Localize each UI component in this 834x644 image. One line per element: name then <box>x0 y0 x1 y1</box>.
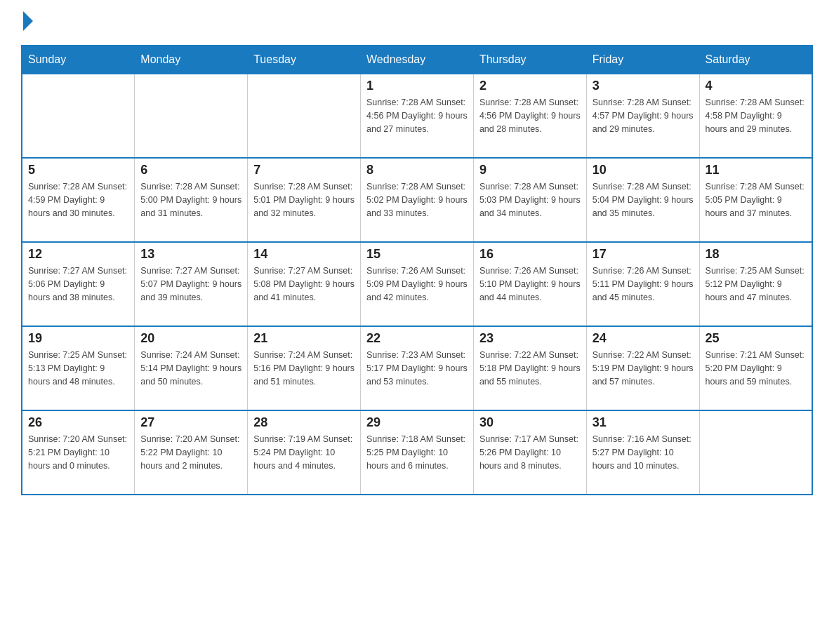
day-number: 19 <box>28 331 128 346</box>
calendar-cell: 27Sunrise: 7:20 AM Sunset: 5:22 PM Dayli… <box>135 410 248 495</box>
day-info: Sunrise: 7:27 AM Sunset: 5:07 PM Dayligh… <box>140 264 241 304</box>
calendar-cell: 15Sunrise: 7:26 AM Sunset: 5:09 PM Dayli… <box>361 242 474 326</box>
day-number: 7 <box>253 163 355 177</box>
day-number: 18 <box>706 247 806 262</box>
day-info: Sunrise: 7:25 AM Sunset: 5:12 PM Dayligh… <box>706 264 806 304</box>
day-info: Sunrise: 7:28 AM Sunset: 4:58 PM Dayligh… <box>706 96 806 135</box>
day-info: Sunrise: 7:20 AM Sunset: 5:22 PM Dayligh… <box>140 433 241 472</box>
calendar-cell: 26Sunrise: 7:20 AM Sunset: 5:21 PM Dayli… <box>22 410 135 495</box>
day-info: Sunrise: 7:26 AM Sunset: 5:11 PM Dayligh… <box>593 264 694 304</box>
day-info: Sunrise: 7:21 AM Sunset: 5:20 PM Dayligh… <box>706 349 806 388</box>
calendar-cell: 30Sunrise: 7:17 AM Sunset: 5:26 PM Dayli… <box>473 410 586 495</box>
day-of-week-header: Friday <box>586 46 699 74</box>
calendar-cell: 24Sunrise: 7:22 AM Sunset: 5:19 PM Dayli… <box>586 326 699 410</box>
day-number: 21 <box>253 331 355 346</box>
calendar-table: SundayMondayTuesdayWednesdayThursdayFrid… <box>21 45 813 495</box>
day-number: 30 <box>479 415 581 430</box>
calendar-cell: 4Sunrise: 7:28 AM Sunset: 4:58 PM Daylig… <box>699 74 812 158</box>
day-number: 14 <box>253 247 355 262</box>
day-number: 15 <box>366 247 468 262</box>
logo <box>21 14 34 31</box>
day-info: Sunrise: 7:18 AM Sunset: 5:25 PM Dayligh… <box>366 433 468 472</box>
calendar-cell: 23Sunrise: 7:22 AM Sunset: 5:18 PM Dayli… <box>473 326 586 410</box>
page-header <box>21 14 813 31</box>
day-info: Sunrise: 7:28 AM Sunset: 5:02 PM Dayligh… <box>366 180 468 220</box>
calendar-cell: 21Sunrise: 7:24 AM Sunset: 5:16 PM Dayli… <box>248 326 361 410</box>
calendar-cell: 6Sunrise: 7:28 AM Sunset: 5:00 PM Daylig… <box>135 158 248 242</box>
day-number: 3 <box>593 79 694 93</box>
calendar-cell: 18Sunrise: 7:25 AM Sunset: 5:12 PM Dayli… <box>699 242 812 326</box>
day-info: Sunrise: 7:26 AM Sunset: 5:10 PM Dayligh… <box>479 264 581 304</box>
day-info: Sunrise: 7:28 AM Sunset: 5:05 PM Dayligh… <box>706 180 806 220</box>
day-number: 12 <box>28 247 128 262</box>
day-number: 31 <box>593 415 694 430</box>
day-info: Sunrise: 7:24 AM Sunset: 5:16 PM Dayligh… <box>253 349 355 388</box>
day-info: Sunrise: 7:28 AM Sunset: 5:04 PM Dayligh… <box>593 180 694 220</box>
day-info: Sunrise: 7:24 AM Sunset: 5:14 PM Dayligh… <box>140 349 241 388</box>
day-info: Sunrise: 7:23 AM Sunset: 5:17 PM Dayligh… <box>366 349 468 388</box>
calendar-cell: 13Sunrise: 7:27 AM Sunset: 5:07 PM Dayli… <box>135 242 248 326</box>
day-info: Sunrise: 7:28 AM Sunset: 4:57 PM Dayligh… <box>593 96 694 135</box>
day-info: Sunrise: 7:20 AM Sunset: 5:21 PM Dayligh… <box>28 433 128 472</box>
calendar-header-row: SundayMondayTuesdayWednesdayThursdayFrid… <box>22 46 812 74</box>
calendar-cell: 12Sunrise: 7:27 AM Sunset: 5:06 PM Dayli… <box>22 242 135 326</box>
calendar-week-row: 5Sunrise: 7:28 AM Sunset: 4:59 PM Daylig… <box>22 158 812 242</box>
day-of-week-header: Wednesday <box>361 46 474 74</box>
calendar-cell: 19Sunrise: 7:25 AM Sunset: 5:13 PM Dayli… <box>22 326 135 410</box>
day-number: 11 <box>706 163 806 177</box>
day-info: Sunrise: 7:27 AM Sunset: 5:06 PM Dayligh… <box>28 264 128 304</box>
calendar-cell: 14Sunrise: 7:27 AM Sunset: 5:08 PM Dayli… <box>248 242 361 326</box>
day-info: Sunrise: 7:17 AM Sunset: 5:26 PM Dayligh… <box>479 433 581 472</box>
calendar-cell: 8Sunrise: 7:28 AM Sunset: 5:02 PM Daylig… <box>361 158 474 242</box>
calendar-cell: 7Sunrise: 7:28 AM Sunset: 5:01 PM Daylig… <box>248 158 361 242</box>
calendar-cell: 11Sunrise: 7:28 AM Sunset: 5:05 PM Dayli… <box>699 158 812 242</box>
day-of-week-header: Tuesday <box>248 46 361 74</box>
day-info: Sunrise: 7:27 AM Sunset: 5:08 PM Dayligh… <box>253 264 355 304</box>
day-number: 5 <box>28 163 128 177</box>
day-number: 22 <box>366 331 468 346</box>
logo-arrow-icon <box>23 11 33 31</box>
calendar-cell <box>135 74 248 158</box>
day-number: 6 <box>140 163 241 177</box>
day-info: Sunrise: 7:28 AM Sunset: 4:59 PM Dayligh… <box>28 180 128 220</box>
day-info: Sunrise: 7:28 AM Sunset: 5:00 PM Dayligh… <box>140 180 241 220</box>
day-number: 24 <box>593 331 694 346</box>
calendar-cell: 3Sunrise: 7:28 AM Sunset: 4:57 PM Daylig… <box>586 74 699 158</box>
calendar-cell: 17Sunrise: 7:26 AM Sunset: 5:11 PM Dayli… <box>586 242 699 326</box>
calendar-cell <box>248 74 361 158</box>
day-number: 16 <box>479 247 581 262</box>
day-info: Sunrise: 7:19 AM Sunset: 5:24 PM Dayligh… <box>253 433 355 472</box>
day-info: Sunrise: 7:28 AM Sunset: 4:56 PM Dayligh… <box>366 96 468 135</box>
day-info: Sunrise: 7:28 AM Sunset: 5:01 PM Dayligh… <box>253 180 355 220</box>
calendar-cell <box>22 74 135 158</box>
calendar-cell: 5Sunrise: 7:28 AM Sunset: 4:59 PM Daylig… <box>22 158 135 242</box>
day-number: 25 <box>706 331 806 346</box>
calendar-cell: 22Sunrise: 7:23 AM Sunset: 5:17 PM Dayli… <box>361 326 474 410</box>
calendar-cell: 9Sunrise: 7:28 AM Sunset: 5:03 PM Daylig… <box>473 158 586 242</box>
calendar-cell: 2Sunrise: 7:28 AM Sunset: 4:56 PM Daylig… <box>473 74 586 158</box>
day-number: 13 <box>140 247 241 262</box>
calendar-cell: 29Sunrise: 7:18 AM Sunset: 5:25 PM Dayli… <box>361 410 474 495</box>
calendar-cell: 1Sunrise: 7:28 AM Sunset: 4:56 PM Daylig… <box>361 74 474 158</box>
day-of-week-header: Saturday <box>699 46 812 74</box>
day-of-week-header: Sunday <box>22 46 135 74</box>
day-number: 4 <box>706 79 806 93</box>
day-number: 28 <box>253 415 355 430</box>
day-number: 8 <box>366 163 468 177</box>
calendar-week-row: 26Sunrise: 7:20 AM Sunset: 5:21 PM Dayli… <box>22 410 812 495</box>
day-number: 27 <box>140 415 241 430</box>
day-number: 9 <box>479 163 581 177</box>
calendar-cell: 28Sunrise: 7:19 AM Sunset: 5:24 PM Dayli… <box>248 410 361 495</box>
day-info: Sunrise: 7:16 AM Sunset: 5:27 PM Dayligh… <box>593 433 694 472</box>
calendar-cell: 31Sunrise: 7:16 AM Sunset: 5:27 PM Dayli… <box>586 410 699 495</box>
day-info: Sunrise: 7:22 AM Sunset: 5:18 PM Dayligh… <box>479 349 581 388</box>
day-number: 17 <box>593 247 694 262</box>
day-info: Sunrise: 7:22 AM Sunset: 5:19 PM Dayligh… <box>593 349 694 388</box>
calendar-week-row: 19Sunrise: 7:25 AM Sunset: 5:13 PM Dayli… <box>22 326 812 410</box>
calendar-cell: 25Sunrise: 7:21 AM Sunset: 5:20 PM Dayli… <box>699 326 812 410</box>
calendar-cell: 20Sunrise: 7:24 AM Sunset: 5:14 PM Dayli… <box>135 326 248 410</box>
calendar-cell <box>699 410 812 495</box>
day-number: 10 <box>593 163 694 177</box>
day-info: Sunrise: 7:26 AM Sunset: 5:09 PM Dayligh… <box>366 264 468 304</box>
day-number: 20 <box>140 331 241 346</box>
